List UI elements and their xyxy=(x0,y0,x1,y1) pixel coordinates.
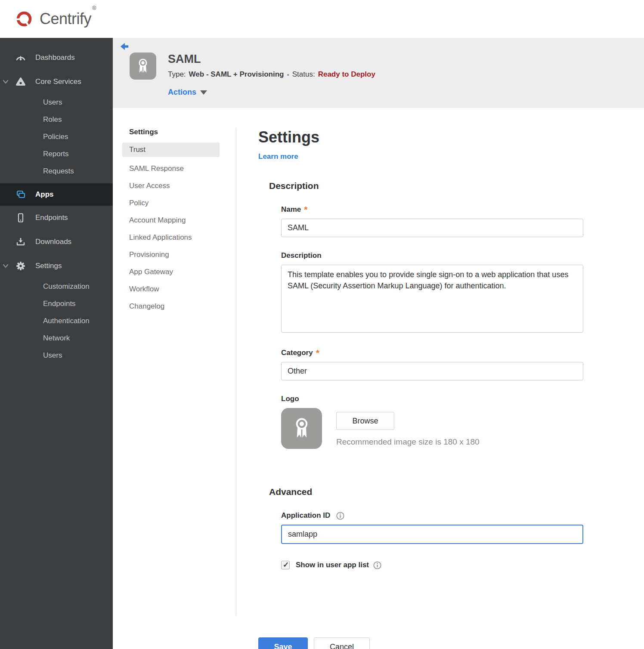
brand-name: Centrify xyxy=(40,10,91,28)
status-label: Status: xyxy=(292,70,315,79)
download-icon xyxy=(15,237,26,247)
sidebar-subitem-label: Customization xyxy=(43,282,90,291)
app-logo xyxy=(130,53,156,80)
sidebar-subitem-label: Users xyxy=(43,98,62,107)
core-services-icon xyxy=(15,77,26,87)
app-header: SAML Type: Web - SAML + Provisioning • S… xyxy=(113,38,644,108)
gear-icon xyxy=(15,261,26,271)
logo-label: Logo xyxy=(281,395,299,403)
info-icon[interactable] xyxy=(336,512,344,520)
subnav-item-provisioning[interactable]: Provisioning xyxy=(129,246,236,263)
browse-button[interactable]: Browse xyxy=(336,412,394,430)
sidebar-item-downloads[interactable]: Downloads xyxy=(0,230,113,254)
description-field[interactable]: This template enables you to provide sin… xyxy=(281,265,583,333)
required-marker: * xyxy=(316,351,319,355)
sidebar-subitem-label: Users xyxy=(43,351,62,360)
application-id-label: Application ID xyxy=(281,511,330,520)
category-label: Category xyxy=(281,349,313,357)
settings-subnav: Settings Trust SAML Response User Access… xyxy=(113,108,236,649)
page-title: SAML xyxy=(168,53,375,66)
description-label: Description xyxy=(281,251,322,260)
sidebar-subitem-label: Policies xyxy=(43,133,68,141)
sidebar-item-settings[interactable]: Settings xyxy=(0,254,113,278)
actions-label: Actions xyxy=(168,88,196,97)
subnav-item-saml-response[interactable]: SAML Response xyxy=(129,160,236,177)
show-in-user-app-list-checkbox[interactable] xyxy=(281,561,290,569)
sidebar-subitem-label: Authentication xyxy=(43,317,90,325)
ribbon-icon xyxy=(290,416,314,442)
sidebar-subitem-label: Network xyxy=(43,334,70,343)
subnav-heading: Settings xyxy=(129,128,236,136)
subnav-item-changelog[interactable]: Changelog xyxy=(129,298,236,315)
info-icon[interactable] xyxy=(373,561,381,569)
application-id-field[interactable] xyxy=(281,525,583,544)
app-logo-preview xyxy=(281,408,322,449)
subnav-item-label: User Access xyxy=(129,182,170,190)
centrify-logo: Centrify® xyxy=(13,8,96,30)
sidebar-item-label: Apps xyxy=(35,190,54,199)
subnav-item-account-mapping[interactable]: Account Mapping xyxy=(129,212,236,229)
subnav-item-linked-applications[interactable]: Linked Applications xyxy=(129,229,236,246)
endpoint-icon xyxy=(15,213,26,223)
chevron-down-icon xyxy=(3,264,9,268)
sidebar-item-authentication[interactable]: Authentication xyxy=(0,312,113,330)
back-arrow-icon[interactable] xyxy=(120,42,129,51)
save-button[interactable]: Save xyxy=(258,637,308,649)
sidebar-subitem-label: Requests xyxy=(43,167,74,176)
sidebar-item-roles[interactable]: Roles xyxy=(0,111,113,128)
sidebar-item-policies[interactable]: Policies xyxy=(0,128,113,145)
actions-dropdown[interactable]: Actions xyxy=(168,88,207,97)
sidebar-item-reports[interactable]: Reports xyxy=(0,145,113,163)
status-badge: Ready to Deploy xyxy=(318,70,375,79)
apps-icon xyxy=(15,189,26,200)
advanced-section-heading: Advanced xyxy=(269,487,644,497)
meta-separator: • xyxy=(287,71,289,78)
subnav-item-label: App Gateway xyxy=(129,268,173,276)
registered-mark: ® xyxy=(92,5,96,11)
sidebar-item-label: Downloads xyxy=(35,238,71,246)
name-field[interactable] xyxy=(281,219,583,237)
subnav-item-user-access[interactable]: User Access xyxy=(129,177,236,195)
sidebar-item-users[interactable]: Users xyxy=(0,94,113,111)
subnav-item-label: Policy xyxy=(129,199,149,207)
sidebar-item-label: Endpoints xyxy=(35,213,68,222)
sidebar-item-core-services[interactable]: Core Services xyxy=(0,70,113,94)
cancel-button[interactable]: Cancel xyxy=(314,637,370,649)
sidebar-item-customization[interactable]: Customization xyxy=(0,278,113,295)
sidebar-item-network[interactable]: Network xyxy=(0,330,113,347)
sidebar: Dashboards Core Services Users Roles Pol… xyxy=(0,38,113,649)
sidebar-item-requests[interactable]: Requests xyxy=(0,163,113,180)
main-title: Settings xyxy=(258,128,644,146)
subnav-item-label: Changelog xyxy=(129,302,164,311)
category-field[interactable] xyxy=(281,362,583,380)
sidebar-subitem-label: Roles xyxy=(43,115,62,124)
subnav-item-app-gateway[interactable]: App Gateway xyxy=(129,263,236,281)
learn-more-link[interactable]: Learn more xyxy=(258,152,298,161)
sidebar-item-settings-users[interactable]: Users xyxy=(0,347,113,364)
sidebar-subitem-label: Reports xyxy=(43,150,69,158)
name-label: Name xyxy=(281,205,301,214)
dashboard-icon xyxy=(15,53,26,63)
logo-size-hint: Recommended image size is 180 x 180 xyxy=(336,437,480,447)
top-bar: Centrify® xyxy=(0,0,644,38)
sidebar-item-dashboards[interactable]: Dashboards xyxy=(0,46,113,70)
caret-down-icon xyxy=(200,90,207,95)
sidebar-subitem-label: Endpoints xyxy=(43,300,76,308)
ribbon-icon xyxy=(134,57,152,75)
subnav-item-policy[interactable]: Policy xyxy=(129,195,236,212)
centrify-swirl-icon xyxy=(13,8,35,30)
subnav-item-label: Provisioning xyxy=(129,250,169,259)
subnav-item-label: Account Mapping xyxy=(129,216,186,225)
subnav-item-trust[interactable]: Trust xyxy=(122,142,220,157)
sidebar-item-label: Settings xyxy=(35,262,62,270)
description-section-heading: Description xyxy=(269,181,644,191)
sidebar-item-endpoints[interactable]: Endpoints xyxy=(0,206,113,230)
settings-panel: Settings Learn more Description Name * D… xyxy=(236,108,644,649)
subnav-item-workflow[interactable]: Workflow xyxy=(129,281,236,298)
sidebar-item-settings-endpoints[interactable]: Endpoints xyxy=(0,295,113,312)
subnav-item-label: SAML Response xyxy=(129,164,184,173)
required-marker: * xyxy=(304,207,307,212)
type-label: Type: xyxy=(168,70,186,79)
type-value: Web - SAML + Provisioning xyxy=(189,70,284,79)
sidebar-item-apps[interactable]: Apps xyxy=(0,183,113,206)
